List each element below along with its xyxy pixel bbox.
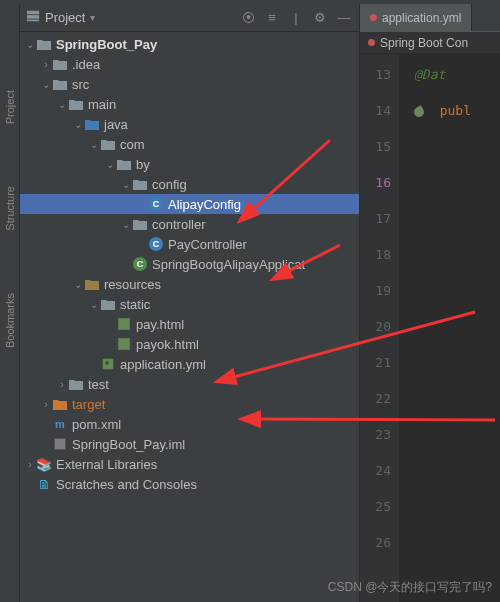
html-icon [116,316,132,332]
chevron-right-icon[interactable] [24,459,36,470]
modified-icon [368,39,375,46]
node-label: AlipayConfig [168,197,241,212]
chevron-right-icon[interactable] [40,59,52,70]
package-icon [116,156,132,172]
package-icon [100,136,116,152]
tree-main[interactable]: main [20,94,359,114]
line-number: 14 [360,93,399,129]
editor-tabs: application.yml [360,4,500,32]
tree-iml[interactable]: SpringBoot_Pay.iml [20,434,359,454]
node-label: .idea [72,57,100,72]
editor: application.yml Spring Boot Con 13 14 15… [360,4,500,602]
tree-config[interactable]: config [20,174,359,194]
chevron-down-icon[interactable] [24,39,36,50]
line-number: 23 [360,417,399,453]
source-folder-icon [84,116,100,132]
tree-static[interactable]: static [20,294,359,314]
node-label: test [88,377,109,392]
tree-com[interactable]: com [20,134,359,154]
chevron-down-icon: ▾ [90,12,95,23]
line-number: 25 [360,489,399,525]
tree-alipay-config[interactable]: C AlipayConfig [20,194,359,214]
package-icon [132,176,148,192]
chevron-right-icon[interactable] [56,379,68,390]
tree-pay-controller[interactable]: C PayController [20,234,359,254]
settings-icon[interactable]: ⚙ [311,9,329,27]
chevron-down-icon[interactable] [104,159,116,170]
node-label: com [120,137,145,152]
tree-target[interactable]: target [20,394,359,414]
chevron-down-icon[interactable] [56,99,68,110]
project-tree[interactable]: SpringBoot_Pay .idea src main java [20,32,359,602]
line-number: 20 [360,309,399,345]
folder-icon [68,96,84,112]
chevron-down-icon[interactable] [72,119,84,130]
rail-tab-project[interactable]: Project [2,84,18,130]
node-label: target [72,397,105,412]
node-label: src [72,77,89,92]
line-number: 22 [360,381,399,417]
excluded-folder-icon [52,396,68,412]
rail-tab-bookmarks[interactable]: Bookmarks [2,287,18,354]
tree-src[interactable]: src [20,74,359,94]
node-label: PayController [168,237,247,252]
line-number: 21 [360,345,399,381]
tree-idea[interactable]: .idea [20,54,359,74]
panel-title-label: Project [45,10,85,25]
line-number: 26 [360,525,399,561]
tab-label: application.yml [382,11,461,25]
library-icon: 📚 [36,456,52,472]
chevron-down-icon[interactable] [88,139,100,150]
tree-resources[interactable]: resources [20,274,359,294]
node-label: payok.html [136,337,199,352]
chevron-down-icon[interactable] [120,179,132,190]
modified-icon [370,14,377,21]
line-number: 16 [360,165,399,201]
folder-icon [52,56,68,72]
tree-controller[interactable]: controller [20,214,359,234]
tree-java[interactable]: java [20,114,359,134]
hide-icon[interactable]: — [335,9,353,27]
chevron-down-icon[interactable] [120,219,132,230]
line-number: 15 [360,129,399,165]
chevron-right-icon[interactable] [40,399,52,410]
class-icon: C [148,236,164,252]
folder-icon [100,296,116,312]
node-label: static [120,297,150,312]
project-icon [26,9,40,26]
tree-payok-html[interactable]: payok.html [20,334,359,354]
resources-folder-icon [84,276,100,292]
breadcrumb-label: Spring Boot Con [380,36,468,50]
tree-pay-html[interactable]: pay.html [20,314,359,334]
tree-external-libraries[interactable]: 📚 External Libraries [20,454,359,474]
svg-rect-0 [27,11,39,15]
chevron-down-icon[interactable] [40,79,52,90]
tree-root[interactable]: SpringBoot_Pay [20,34,359,54]
code-annotation: @Dat [414,67,445,82]
tree-test[interactable]: test [20,374,359,394]
tree-application-class[interactable]: C SpringBootgAlipayApplicat [20,254,359,274]
node-label: pay.html [136,317,184,332]
folder-icon [68,376,84,392]
node-label: by [136,157,150,172]
editor-breadcrumb[interactable]: Spring Boot Con [360,32,500,54]
project-panel-title[interactable]: Project ▾ [26,9,235,26]
select-opened-file-icon[interactable]: ⦿ [239,9,257,27]
watermark: CSDN @今天的接口写完了吗? [328,579,492,596]
editor-tab-application-yml[interactable]: application.yml [360,4,472,31]
spring-leaf-icon [412,105,426,119]
chevron-down-icon[interactable] [72,279,84,290]
tree-pom[interactable]: m pom.xml [20,414,359,434]
class-icon: C [148,196,164,212]
editor-gutter: 13 14 15 16 17 18 19 20 21 22 23 24 25 2… [360,54,400,602]
chevron-down-icon[interactable] [88,299,100,310]
expand-all-icon[interactable]: ≡ [263,9,281,27]
tree-scratches[interactable]: 🗎 Scratches and Consoles [20,474,359,494]
tree-by[interactable]: by [20,154,359,174]
project-panel-header: Project ▾ ⦿ ≡ | ⚙ — [20,4,359,32]
editor-code[interactable]: @Dat publ [400,54,500,602]
package-icon [132,216,148,232]
tree-application-yml[interactable]: application.yml [20,354,359,374]
rail-tab-structure[interactable]: Structure [2,180,18,237]
node-label: External Libraries [56,457,157,472]
